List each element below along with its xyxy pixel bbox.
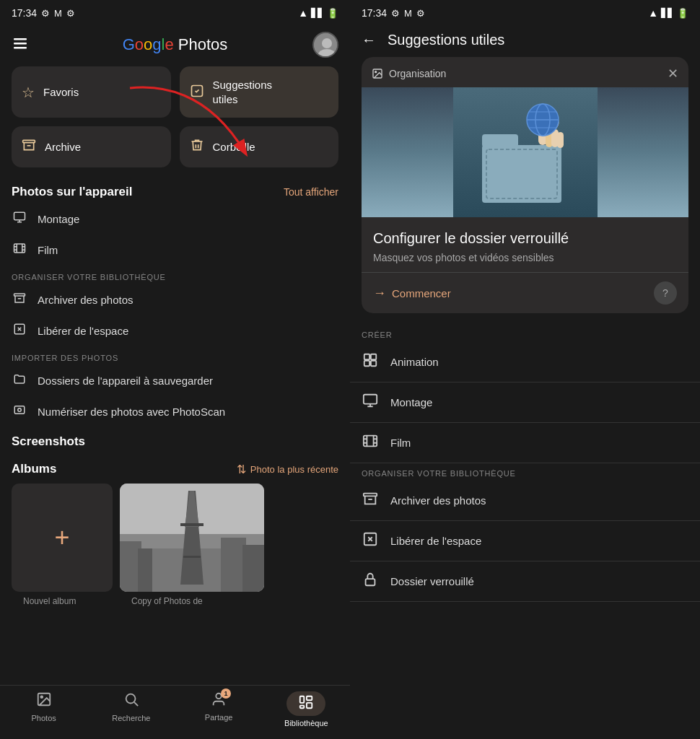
montage-right-item[interactable]: Montage (350, 382, 700, 423)
right-signal-icon: ▋▋ (661, 8, 674, 18)
liberer-item[interactable]: Libérer de l'espace (0, 315, 350, 346)
title-g: G (123, 35, 135, 53)
dossier-verrouille-label: Dossier verrouillé (390, 575, 474, 587)
new-album-card[interactable]: + (12, 484, 113, 592)
montage-right-label: Montage (390, 396, 432, 408)
eiffel-photo-card[interactable] (120, 484, 264, 592)
svg-line-41 (134, 702, 138, 706)
right-gmail-icon: M (404, 8, 412, 19)
menu-icon[interactable] (12, 35, 38, 55)
card-close-button[interactable]: ✕ (668, 66, 678, 82)
liberer-icon (12, 323, 27, 339)
film-right-item[interactable]: Film (350, 423, 700, 463)
montage-label: Montage (38, 213, 79, 225)
album2-label: Copy of Photos de (131, 596, 276, 606)
svg-rect-67 (371, 361, 376, 366)
left-scroll-area: ☆ Favoris Suggestionsutiles (0, 66, 350, 685)
svg-rect-43 (300, 696, 305, 703)
svg-rect-9 (14, 212, 25, 220)
dossiers-label: Dossiers de l'appareil à sauvegarder (38, 375, 213, 387)
archive-button[interactable]: Archive (12, 126, 171, 167)
archiver-icon (12, 292, 27, 308)
svg-rect-24 (14, 406, 25, 414)
suggestion-card: Organisation ✕ (362, 57, 688, 313)
title-g2: g (152, 35, 161, 53)
film-item[interactable]: Film (0, 235, 350, 266)
svg-rect-51 (482, 134, 518, 147)
svg-rect-36 (180, 523, 204, 526)
new-album-label: Nouvel album (23, 596, 124, 606)
montage-item[interactable]: Montage (0, 204, 350, 235)
animation-item[interactable]: Animation (350, 342, 700, 382)
photos-section-header: Photos sur l'appareil Tout afficher (0, 179, 350, 204)
animation-label: Animation (390, 356, 439, 368)
svg-rect-0 (14, 38, 27, 40)
svg-rect-71 (364, 436, 377, 447)
nav-recherche[interactable]: Recherche (87, 691, 175, 727)
favoris-button[interactable]: ☆ Favoris (12, 66, 171, 118)
screenshots-label: Screenshots (0, 427, 350, 456)
dossiers-icon (12, 372, 27, 389)
locked-folder-svg (453, 87, 598, 217)
svg-rect-83 (366, 579, 375, 585)
svg-rect-2 (14, 47, 27, 49)
left-status-bar: 17:34 ⚙ M ⚙ ▲ ▋▋ 🔋 (0, 0, 350, 26)
title-e: e (165, 35, 173, 53)
left-status-icons: ▲ ▋▋ 🔋 (298, 7, 338, 19)
svg-rect-64 (364, 354, 369, 359)
photos-nav-icon (36, 691, 52, 711)
svg-rect-46 (300, 706, 305, 709)
svg-rect-68 (364, 395, 377, 404)
film-icon (12, 242, 27, 258)
archiver-photos-item[interactable]: Archiver des photos (0, 284, 350, 315)
albums-sort-button[interactable]: ⇅ Photo la plus récente (237, 463, 338, 476)
animation-icon (362, 352, 379, 372)
nav-bibliotheque[interactable]: Bibliothèque (263, 691, 350, 727)
signal-icon: ▋▋ (311, 8, 324, 18)
user-avatar[interactable] (312, 32, 338, 58)
dossier-verrouille-item[interactable]: Dossier verrouillé (350, 561, 700, 602)
svg-rect-50 (482, 145, 561, 203)
dossiers-item[interactable]: Dossiers de l'appareil à sauvegarder (0, 365, 350, 396)
commencer-button[interactable]: → Commencer (373, 286, 451, 301)
suggestions-button[interactable]: Suggestionsutiles (180, 66, 339, 118)
svg-rect-37 (183, 556, 201, 558)
card-header: Organisation ✕ (362, 57, 688, 87)
corbeille-label: Corbeille (213, 141, 255, 153)
battery-icon: 🔋 (327, 8, 338, 19)
cta-label: Commencer (392, 287, 451, 299)
right-wifi-icon: ▲ (648, 7, 658, 19)
photos-nav-label: Photos (32, 714, 56, 722)
nav-partage[interactable]: 1 Partage (175, 691, 263, 727)
archiver-right-icon (362, 491, 379, 510)
wifi-icon: ▲ (298, 7, 308, 19)
nav-photos[interactable]: Photos (0, 691, 87, 727)
organiser-section-label: ORGANISER VOTRE BIBLIOTHÈQUE (350, 463, 700, 481)
star-icon: ☆ (22, 84, 35, 101)
bibliotheque-bg (286, 691, 325, 716)
tout-afficher-link[interactable]: Tout afficher (284, 186, 338, 198)
numeriser-item[interactable]: Numériser des photos avec PhotoScan (0, 396, 350, 427)
card-illustration (362, 87, 688, 217)
archive-icon (22, 138, 36, 156)
numeriser-icon (12, 403, 27, 420)
album-grid: + (12, 484, 338, 592)
liberer-right-item[interactable]: Libérer de l'espace (350, 521, 700, 561)
lock-icon (362, 572, 379, 591)
card-footer: → Commencer ? (362, 272, 688, 313)
back-button[interactable]: ← (362, 32, 376, 48)
montage-icon (12, 211, 27, 227)
archiver-right-item[interactable]: Archiver des photos (350, 481, 700, 521)
left-top-bar: Google Photos (0, 26, 350, 66)
cta-arrow-icon: → (373, 286, 386, 301)
corbeille-button[interactable]: Corbeille (180, 126, 339, 167)
importer-subsection-label: IMPORTER DES PHOTOS (0, 346, 350, 365)
svg-rect-57 (557, 132, 564, 148)
svg-rect-66 (371, 354, 376, 359)
sort-icon: ⇅ (237, 463, 246, 476)
svg-point-4 (322, 38, 332, 48)
partage-nav-label: Partage (205, 713, 233, 722)
help-button[interactable]: ? (654, 281, 677, 305)
svg-rect-7 (23, 140, 35, 142)
right-gear2-icon: ⚙ (416, 8, 425, 19)
